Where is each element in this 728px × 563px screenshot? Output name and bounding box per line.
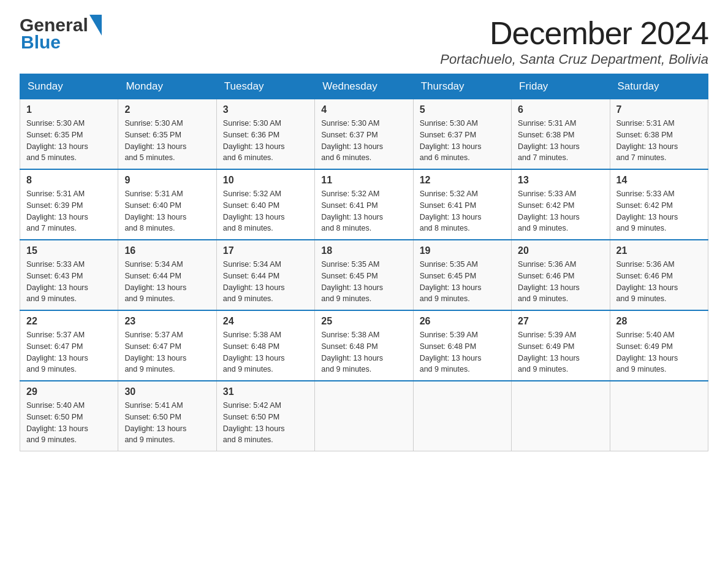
day-number: 20 bbox=[518, 245, 603, 256]
calendar-cell: 12Sunrise: 5:32 AMSunset: 6:41 PMDayligh… bbox=[413, 169, 511, 240]
day-info: Sunrise: 5:40 AMSunset: 6:49 PMDaylight:… bbox=[616, 329, 702, 375]
day-info: Sunrise: 5:32 AMSunset: 6:41 PMDaylight:… bbox=[420, 188, 505, 234]
calendar-cell bbox=[413, 381, 511, 451]
day-info: Sunrise: 5:32 AMSunset: 6:41 PMDaylight:… bbox=[321, 188, 406, 234]
calendar-table: SundayMondayTuesdayWednesdayThursdayFrid… bbox=[20, 74, 708, 451]
header-tuesday: Tuesday bbox=[216, 74, 314, 99]
header-wednesday: Wednesday bbox=[315, 74, 413, 99]
day-info: Sunrise: 5:39 AMSunset: 6:48 PMDaylight:… bbox=[420, 329, 505, 375]
day-number: 19 bbox=[420, 245, 505, 256]
day-number: 4 bbox=[321, 104, 406, 115]
day-number: 3 bbox=[223, 104, 308, 115]
day-info: Sunrise: 5:36 AMSunset: 6:46 PMDaylight:… bbox=[616, 259, 702, 305]
day-info: Sunrise: 5:38 AMSunset: 6:48 PMDaylight:… bbox=[321, 329, 406, 375]
calendar-cell: 24Sunrise: 5:38 AMSunset: 6:48 PMDayligh… bbox=[216, 310, 314, 381]
calendar-cell: 26Sunrise: 5:39 AMSunset: 6:48 PMDayligh… bbox=[413, 310, 511, 381]
calendar-cell: 11Sunrise: 5:32 AMSunset: 6:41 PMDayligh… bbox=[315, 169, 413, 240]
page-header: General Blue December 2024 Portachuelo, … bbox=[20, 15, 708, 67]
day-info: Sunrise: 5:30 AMSunset: 6:37 PMDaylight:… bbox=[321, 118, 406, 164]
day-info: Sunrise: 5:33 AMSunset: 6:42 PMDaylight:… bbox=[518, 188, 603, 234]
day-info: Sunrise: 5:41 AMSunset: 6:50 PMDaylight:… bbox=[124, 400, 210, 446]
title-area: December 2024 Portachuelo, Santa Cruz De… bbox=[440, 15, 708, 67]
day-info: Sunrise: 5:38 AMSunset: 6:48 PMDaylight:… bbox=[223, 329, 308, 375]
day-info: Sunrise: 5:33 AMSunset: 6:43 PMDaylight:… bbox=[26, 259, 112, 305]
calendar-cell: 21Sunrise: 5:36 AMSunset: 6:46 PMDayligh… bbox=[610, 240, 708, 310]
calendar-cell: 16Sunrise: 5:34 AMSunset: 6:44 PMDayligh… bbox=[118, 240, 216, 310]
calendar-cell: 13Sunrise: 5:33 AMSunset: 6:42 PMDayligh… bbox=[512, 169, 610, 240]
day-number: 16 bbox=[124, 245, 210, 256]
day-number: 10 bbox=[223, 175, 308, 186]
header-sunday: Sunday bbox=[20, 74, 118, 99]
day-number: 26 bbox=[420, 316, 505, 327]
day-info: Sunrise: 5:37 AMSunset: 6:47 PMDaylight:… bbox=[124, 329, 210, 375]
svg-marker-0 bbox=[89, 15, 102, 36]
day-info: Sunrise: 5:31 AMSunset: 6:38 PMDaylight:… bbox=[616, 118, 702, 164]
calendar-cell: 19Sunrise: 5:35 AMSunset: 6:45 PMDayligh… bbox=[413, 240, 511, 310]
calendar-cell: 31Sunrise: 5:42 AMSunset: 6:50 PMDayligh… bbox=[216, 381, 314, 451]
calendar-cell: 30Sunrise: 5:41 AMSunset: 6:50 PMDayligh… bbox=[118, 381, 216, 451]
day-info: Sunrise: 5:42 AMSunset: 6:50 PMDaylight:… bbox=[223, 400, 308, 446]
calendar-cell: 17Sunrise: 5:34 AMSunset: 6:44 PMDayligh… bbox=[216, 240, 314, 310]
calendar-cell: 10Sunrise: 5:32 AMSunset: 6:40 PMDayligh… bbox=[216, 169, 314, 240]
calendar-cell: 22Sunrise: 5:37 AMSunset: 6:47 PMDayligh… bbox=[20, 310, 118, 381]
header-saturday: Saturday bbox=[610, 74, 708, 99]
day-number: 25 bbox=[321, 316, 406, 327]
day-number: 7 bbox=[616, 104, 702, 115]
calendar-cell bbox=[315, 381, 413, 451]
day-info: Sunrise: 5:30 AMSunset: 6:36 PMDaylight:… bbox=[223, 118, 308, 164]
day-number: 6 bbox=[518, 104, 603, 115]
day-number: 17 bbox=[223, 245, 308, 256]
day-number: 22 bbox=[26, 316, 112, 327]
day-number: 23 bbox=[124, 316, 210, 327]
calendar-cell bbox=[610, 381, 708, 451]
calendar-cell: 29Sunrise: 5:40 AMSunset: 6:50 PMDayligh… bbox=[20, 381, 118, 451]
week-row-1: 1Sunrise: 5:30 AMSunset: 6:35 PMDaylight… bbox=[20, 99, 708, 170]
day-number: 21 bbox=[616, 245, 702, 256]
month-title: December 2024 bbox=[440, 15, 708, 52]
day-number: 9 bbox=[124, 175, 210, 186]
calendar-header-row: SundayMondayTuesdayWednesdayThursdayFrid… bbox=[20, 74, 708, 99]
day-info: Sunrise: 5:35 AMSunset: 6:45 PMDaylight:… bbox=[321, 259, 406, 305]
day-number: 24 bbox=[223, 316, 308, 327]
calendar-cell: 28Sunrise: 5:40 AMSunset: 6:49 PMDayligh… bbox=[610, 310, 708, 381]
calendar-cell: 2Sunrise: 5:30 AMSunset: 6:35 PMDaylight… bbox=[118, 99, 216, 170]
day-info: Sunrise: 5:30 AMSunset: 6:35 PMDaylight:… bbox=[26, 118, 112, 164]
calendar-cell: 8Sunrise: 5:31 AMSunset: 6:39 PMDaylight… bbox=[20, 169, 118, 240]
day-number: 8 bbox=[26, 175, 112, 186]
day-number: 13 bbox=[518, 175, 603, 186]
week-row-3: 15Sunrise: 5:33 AMSunset: 6:43 PMDayligh… bbox=[20, 240, 708, 310]
day-number: 28 bbox=[616, 316, 702, 327]
calendar-cell: 20Sunrise: 5:36 AMSunset: 6:46 PMDayligh… bbox=[512, 240, 610, 310]
day-info: Sunrise: 5:35 AMSunset: 6:45 PMDaylight:… bbox=[420, 259, 505, 305]
calendar-cell: 5Sunrise: 5:30 AMSunset: 6:37 PMDaylight… bbox=[413, 99, 511, 170]
day-info: Sunrise: 5:31 AMSunset: 6:40 PMDaylight:… bbox=[124, 188, 210, 234]
day-info: Sunrise: 5:33 AMSunset: 6:42 PMDaylight:… bbox=[616, 188, 702, 234]
logo-triangle-icon bbox=[89, 15, 102, 36]
day-number: 5 bbox=[420, 104, 505, 115]
calendar-cell: 1Sunrise: 5:30 AMSunset: 6:35 PMDaylight… bbox=[20, 99, 118, 170]
day-info: Sunrise: 5:34 AMSunset: 6:44 PMDaylight:… bbox=[124, 259, 210, 305]
day-number: 31 bbox=[223, 386, 308, 397]
day-number: 15 bbox=[26, 245, 112, 256]
calendar-cell: 27Sunrise: 5:39 AMSunset: 6:49 PMDayligh… bbox=[512, 310, 610, 381]
calendar-cell: 18Sunrise: 5:35 AMSunset: 6:45 PMDayligh… bbox=[315, 240, 413, 310]
calendar-cell: 25Sunrise: 5:38 AMSunset: 6:48 PMDayligh… bbox=[315, 310, 413, 381]
day-info: Sunrise: 5:30 AMSunset: 6:37 PMDaylight:… bbox=[420, 118, 505, 164]
calendar-cell: 15Sunrise: 5:33 AMSunset: 6:43 PMDayligh… bbox=[20, 240, 118, 310]
day-number: 1 bbox=[26, 104, 112, 115]
calendar-cell: 23Sunrise: 5:37 AMSunset: 6:47 PMDayligh… bbox=[118, 310, 216, 381]
day-info: Sunrise: 5:32 AMSunset: 6:40 PMDaylight:… bbox=[223, 188, 308, 234]
day-info: Sunrise: 5:30 AMSunset: 6:35 PMDaylight:… bbox=[124, 118, 210, 164]
day-number: 30 bbox=[124, 386, 210, 397]
day-info: Sunrise: 5:39 AMSunset: 6:49 PMDaylight:… bbox=[518, 329, 603, 375]
day-info: Sunrise: 5:37 AMSunset: 6:47 PMDaylight:… bbox=[26, 329, 112, 375]
calendar-cell: 6Sunrise: 5:31 AMSunset: 6:38 PMDaylight… bbox=[512, 99, 610, 170]
week-row-4: 22Sunrise: 5:37 AMSunset: 6:47 PMDayligh… bbox=[20, 310, 708, 381]
calendar-cell: 9Sunrise: 5:31 AMSunset: 6:40 PMDaylight… bbox=[118, 169, 216, 240]
week-row-2: 8Sunrise: 5:31 AMSunset: 6:39 PMDaylight… bbox=[20, 169, 708, 240]
location-subtitle: Portachuelo, Santa Cruz Department, Boli… bbox=[440, 52, 708, 67]
logo: General Blue bbox=[20, 15, 102, 53]
calendar-cell bbox=[512, 381, 610, 451]
logo-blue-text: Blue bbox=[21, 32, 61, 53]
header-friday: Friday bbox=[512, 74, 610, 99]
